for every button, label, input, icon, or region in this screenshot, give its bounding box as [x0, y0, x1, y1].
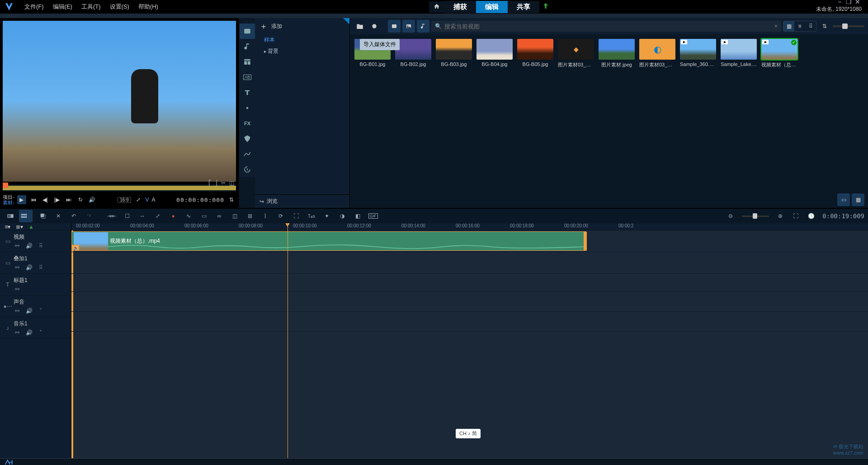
- panel-drag-handle-top[interactable]: :::::::::: [0, 14, 868, 18]
- menu-settings[interactable]: 设置(S): [105, 3, 134, 11]
- media-item[interactable]: BG-B05.jpg: [517, 39, 553, 68]
- record-button[interactable]: [368, 20, 381, 33]
- menu-tools[interactable]: 工具(T): [77, 3, 105, 11]
- cat-audio-icon[interactable]: [240, 39, 255, 54]
- tl-color-icon[interactable]: ◧: [351, 210, 364, 222]
- media-item[interactable]: BG-B04.jpg: [476, 39, 513, 68]
- time-ruler[interactable]: 00:00:02:0000:00:04:0000:00:06:0000:00:0…: [71, 223, 868, 230]
- tab-share[interactable]: 共享: [508, 1, 539, 13]
- th-list-icon[interactable]: ≡▾: [4, 224, 12, 230]
- cat-title-icon[interactable]: [240, 85, 255, 100]
- next-frame-button[interactable]: |▶: [52, 195, 61, 204]
- link-icon[interactable]: ⚯: [14, 264, 21, 271]
- tl-crop-icon[interactable]: ⛶: [289, 210, 303, 222]
- track-header[interactable]: T标题1⚯: [0, 274, 71, 296]
- tl-storyboard-icon[interactable]: [4, 210, 17, 222]
- tl-tools-icon[interactable]: ✕: [52, 210, 65, 222]
- display-options-button[interactable]: ⤢: [134, 195, 143, 204]
- prev-frame-button[interactable]: ◀|: [41, 195, 50, 204]
- tl-3dtext-icon[interactable]: T₃ᴅ: [305, 210, 318, 222]
- menu-help[interactable]: 帮助(H): [134, 3, 163, 11]
- thumb-size-slider[interactable]: [833, 25, 864, 27]
- tl-redo-icon[interactable]: ↷: [82, 210, 96, 222]
- tab-edit[interactable]: 编辑: [476, 1, 508, 13]
- media-item[interactable]: 图片素材.jpeg: [599, 39, 635, 68]
- minimize-button[interactable]: −: [835, 0, 844, 5]
- track-lane-video[interactable]: 视频素材（总）.mp4 🔊: [71, 230, 868, 252]
- tree-sample[interactable]: 样本: [255, 34, 349, 46]
- tl-rotate-icon[interactable]: ⟳: [274, 210, 288, 222]
- zoom-slider[interactable]: [742, 216, 769, 217]
- zoom-out-icon[interactable]: ⊖: [724, 210, 737, 222]
- view-list-icon[interactable]: ≡: [794, 21, 805, 31]
- tl-copy-icon[interactable]: [36, 210, 50, 222]
- tl-timeline-icon[interactable]: [19, 210, 33, 222]
- go-end-button[interactable]: ⏭: [64, 195, 73, 204]
- fit-project-icon[interactable]: ⛶: [789, 210, 802, 222]
- track-lane-music[interactable]: [71, 312, 868, 332]
- tl-trim-icon[interactable]: ⇥⇤: [105, 210, 118, 222]
- go-start-button[interactable]: ⏮: [29, 195, 38, 204]
- media-item[interactable]: BG-B02.jpg: [395, 39, 431, 68]
- tl-mixer-icon[interactable]: ∿: [182, 210, 195, 222]
- add-media-button[interactable]: ＋ 添加: [255, 18, 349, 34]
- cat-template-icon[interactable]: [240, 54, 255, 70]
- volume-button[interactable]: 🔊: [88, 195, 97, 204]
- menu-file[interactable]: 文件(F): [20, 3, 48, 11]
- clip-handle-right[interactable]: [584, 232, 586, 250]
- maximize-button[interactable]: ❐: [844, 0, 853, 5]
- track-lane-title[interactable]: [71, 274, 868, 292]
- cut-icon[interactable]: ✂: [221, 180, 226, 186]
- cat-speed-icon[interactable]: [240, 162, 255, 177]
- media-item[interactable]: 图片素材03_副...: [558, 39, 594, 68]
- aspect-ratio-toggle[interactable]: 16:9: [118, 197, 131, 203]
- tl-stretch-icon[interactable]: ↔: [136, 210, 149, 222]
- close-button[interactable]: ✕: [854, 0, 862, 5]
- cat-color-icon[interactable]: [240, 131, 255, 146]
- link-icon[interactable]: ⚯: [14, 242, 21, 249]
- audio-flag-icon[interactable]: A: [152, 197, 156, 203]
- cat-fx-icon[interactable]: FX: [240, 116, 255, 131]
- track-lane-overlay[interactable]: [71, 252, 868, 274]
- track-header[interactable]: ♪音乐1⚯🔊˅: [0, 317, 71, 339]
- media-item[interactable]: ▶Sample_Lake....: [721, 39, 757, 68]
- link-icon[interactable]: ⚯: [14, 307, 21, 315]
- tl-chapter-icon[interactable]: ▭: [197, 210, 211, 222]
- th-expand-icon[interactable]: ▲: [27, 224, 35, 230]
- link-icon[interactable]: ⚯: [14, 329, 21, 336]
- library-search[interactable]: 🔍 ×: [431, 21, 781, 32]
- mute-icon[interactable]: 🔊: [25, 242, 33, 249]
- mark-out-icon[interactable]: ⎦: [215, 180, 217, 186]
- track-header[interactable]: ●⋯声音⚯🔊˅: [0, 296, 71, 317]
- tab-capture[interactable]: 捕获: [444, 1, 476, 13]
- upload-icon[interactable]: [541, 2, 550, 12]
- foot-btn-2[interactable]: ▦: [852, 193, 864, 206]
- split-icon[interactable]: ◫: [229, 180, 234, 186]
- mute-icon[interactable]: 🔊: [25, 329, 33, 336]
- expand-icon[interactable]: ˅: [37, 307, 44, 315]
- tl-record-icon[interactable]: ●: [166, 210, 180, 222]
- snap-icon[interactable]: ⠿: [37, 264, 44, 271]
- tree-background[interactable]: 背景: [255, 46, 349, 57]
- import-media-button[interactable]: [354, 20, 366, 33]
- mute-icon[interactable]: 🔊: [25, 307, 33, 315]
- mark-in-icon[interactable]: ⎡: [208, 180, 211, 186]
- zoom-in-icon[interactable]: ⊕: [774, 210, 787, 222]
- loop-button[interactable]: ↻: [76, 195, 85, 204]
- tl-mask-icon[interactable]: ◑: [335, 210, 349, 222]
- cat-media-icon[interactable]: [240, 23, 255, 39]
- cat-overlay-icon[interactable]: [240, 100, 255, 116]
- filter-audio-button[interactable]: [417, 20, 429, 33]
- tl-cue-icon[interactable]: ◫: [228, 210, 241, 222]
- tl-safe-icon[interactable]: ☐: [120, 210, 134, 222]
- cat-transition-icon[interactable]: AB: [240, 70, 255, 85]
- timecode-stepper[interactable]: ⇅: [227, 195, 236, 204]
- track-body[interactable]: 00:00:02:0000:00:04:0000:00:06:0000:00:0…: [71, 223, 868, 458]
- preview-viewport[interactable]: [3, 21, 236, 182]
- tl-gif-icon[interactable]: GIF: [366, 210, 380, 222]
- clip-volume-badge[interactable]: 🔊: [72, 245, 79, 251]
- playhead[interactable]: [288, 223, 288, 458]
- browse-button[interactable]: ↪ 浏览: [255, 194, 350, 208]
- filter-video-button[interactable]: [388, 20, 401, 33]
- link-icon[interactable]: ⚯: [14, 286, 21, 293]
